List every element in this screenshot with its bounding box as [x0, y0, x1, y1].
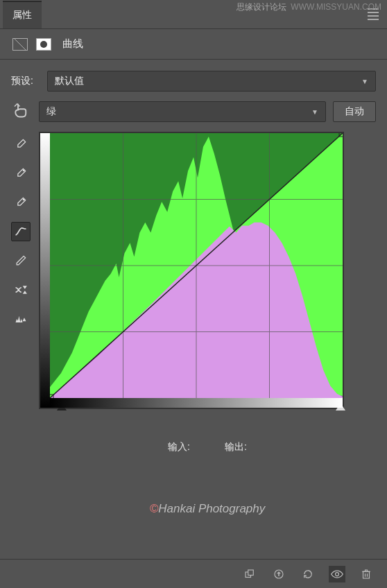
- eyedropper-white-icon[interactable]: [11, 193, 31, 212]
- view-previous-icon[interactable]: [270, 566, 287, 582]
- curves-plot-area[interactable]: [50, 133, 343, 398]
- channel-select[interactable]: 绿▼: [39, 101, 326, 122]
- pencil-tool-icon[interactable]: [11, 251, 31, 270]
- input-label: 输入:: [168, 441, 190, 453]
- delete-icon[interactable]: [358, 566, 375, 582]
- preset-row: 预设: 默认值▼: [11, 71, 376, 92]
- adjustment-label: 曲线: [62, 37, 83, 51]
- eyedropper-black-icon[interactable]: [11, 135, 31, 154]
- preset-label: 预设:: [11, 75, 40, 87]
- targeted-adjust-icon[interactable]: [11, 103, 32, 121]
- eyedropper-gray-icon[interactable]: [11, 164, 31, 183]
- output-gradient: [40, 133, 50, 408]
- reset-icon[interactable]: [300, 566, 316, 582]
- svg-point-21: [336, 572, 339, 576]
- svg-point-0: [23, 170, 24, 171]
- auto-button[interactable]: 自动: [333, 101, 376, 122]
- io-readout: 输入: 输出:: [39, 441, 376, 453]
- chevron-down-icon: ▼: [311, 108, 318, 116]
- input-gradient: [50, 398, 343, 408]
- curves-adjustment-icon[interactable]: [11, 37, 29, 52]
- curve-tools-column: [11, 132, 31, 516]
- mask-icon[interactable]: [35, 37, 53, 52]
- chevron-down-icon: ▼: [361, 78, 368, 85]
- credit-text: ©Hankai Photography: [39, 502, 376, 516]
- panel-tab-properties[interactable]: 属性: [3, 1, 42, 28]
- watermark: 思缘设计论坛WWW.MISSYUAN.COM: [237, 1, 381, 13]
- preset-select[interactable]: 默认值▼: [47, 71, 376, 92]
- curves-graph[interactable]: [39, 132, 344, 409]
- adjustment-type-bar: 曲线: [0, 29, 387, 60]
- channel-row: 绿▼ 自动: [11, 101, 376, 122]
- svg-rect-2: [24, 319, 24, 320]
- svg-rect-3: [24, 320, 24, 321]
- output-label: 输出:: [225, 441, 247, 453]
- smooth-curve-icon[interactable]: [11, 280, 31, 300]
- svg-rect-19: [248, 570, 254, 576]
- clip-warning-icon[interactable]: [11, 309, 31, 329]
- svg-rect-22: [363, 571, 370, 578]
- curve-point-tool-icon[interactable]: [11, 222, 31, 241]
- visibility-toggle-icon[interactable]: [329, 566, 345, 582]
- panel-footer: [0, 559, 387, 588]
- clip-to-layer-icon[interactable]: [241, 566, 258, 582]
- svg-point-1: [23, 199, 24, 200]
